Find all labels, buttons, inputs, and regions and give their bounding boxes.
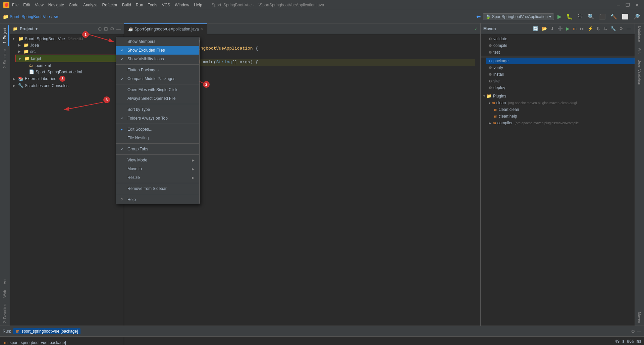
menu-analyze[interactable]: Analyze [83, 3, 98, 7]
tree-item-pom[interactable]: 🗂 pom.xml [21, 62, 124, 69]
menu-move-to[interactable]: Move to ▶ [116, 164, 199, 173]
debug-button[interactable]: 🐛 [565, 13, 574, 20]
menu-vcs[interactable]: VCS [162, 3, 170, 7]
menu-group-tabs[interactable]: ✓ Group Tabs [116, 145, 199, 153]
run-item-main[interactable]: m sport_springboot-vue [package] [3, 339, 121, 345]
tree-item-root[interactable]: ▾ 📁 Sport_SpringBoot-Vue D:\IntelliJ [10, 36, 124, 42]
maven-item-validate[interactable]: ⚙ validate [486, 36, 635, 42]
menu-remove-sidebar[interactable]: Remove from Sidebar [116, 184, 199, 193]
right-tab-database[interactable]: Database [636, 23, 643, 45]
tree-item-idea[interactable]: ▶ 📁 .idea [15, 42, 124, 48]
run-log-panel[interactable]: 49 s 866 ms [INFO] ---------------------… [124, 337, 644, 345]
maven-item-deploy[interactable]: ⚙ deploy [486, 84, 635, 91]
tree-item-target[interactable]: ▶ 📁 target [15, 55, 124, 62]
settings-gear-icon[interactable]: ⚙ [110, 26, 114, 31]
maven-new-icon[interactable]: ➕ [556, 25, 564, 32]
editor-tab-main[interactable]: ☕ SportSpringbootVueApplication.java ✕ [124, 23, 207, 34]
maven-item-verify[interactable]: ⚙ verify [486, 64, 635, 71]
run-config-dropdown-icon[interactable]: ▾ [549, 14, 551, 19]
stop-button[interactable]: ⬛ [598, 13, 607, 20]
menu-build[interactable]: Build [122, 3, 131, 7]
menu-view[interactable]: View [35, 3, 44, 7]
menu-always-select[interactable]: Always Select Opened File [116, 94, 199, 103]
find-button[interactable]: 🔎 [632, 13, 641, 20]
menu-window[interactable]: Window [175, 3, 189, 7]
maven-item-site[interactable]: ⚙ site [486, 78, 635, 84]
menu-edit-scopes[interactable]: ● Edit Scopes... [116, 125, 199, 134]
run-settings-icon[interactable]: ⚙ [631, 329, 635, 334]
project-dropdown-icon[interactable]: ▾ [36, 26, 38, 31]
maven-item-compiler-plugin[interactable]: ▶ m compiler (org.apache.maven.plugins:m… [486, 120, 635, 126]
run-minimize-icon[interactable]: — [637, 329, 641, 334]
sidebar-tab-project[interactable]: 1: Project [1, 25, 9, 46]
maven-bolt-icon[interactable]: ⚡ [587, 25, 594, 32]
maven-minimize-icon[interactable]: — [626, 25, 632, 32]
sidebar-tab-favorites[interactable]: 2: Favorites [1, 301, 9, 326]
right-tab-bean[interactable]: Bean Validation [636, 57, 643, 88]
sidebar-tab-structure[interactable]: 2: Structure [1, 47, 9, 71]
maven-item-install[interactable]: ⚙ install [486, 71, 635, 78]
menu-sort-by-type[interactable]: Sort by Type [116, 105, 199, 114]
expand-button[interactable]: ⬜ [621, 13, 630, 20]
maven-item-package[interactable]: ⚙ package [486, 58, 635, 64]
maven-sort-icon[interactable]: ⇅ [595, 25, 601, 32]
menu-file-nesting[interactable]: File Nesting... [116, 134, 199, 142]
menu-folders-on-top[interactable]: ✓ Folders Always on Top [116, 114, 199, 123]
minimize-button[interactable]: ─ [615, 2, 622, 8]
menu-navigate[interactable]: Navigate [48, 3, 64, 7]
maven-item-test[interactable]: ⚙ test [486, 49, 635, 56]
expand-all-icon[interactable]: ⊞ [104, 26, 108, 31]
maven-refresh-icon[interactable]: 🔄 [532, 25, 539, 32]
sidebar-tab-web[interactable]: Web [1, 287, 9, 300]
menu-bar[interactable]: File Edit View Navigate Code Analyze Ref… [12, 3, 202, 7]
menu-help[interactable]: Help [194, 3, 202, 7]
profile-button[interactable]: 🔍 [586, 13, 596, 20]
maximize-button[interactable]: ❐ [624, 2, 631, 8]
maven-item-clean-clean[interactable]: m clean:clean [491, 106, 635, 113]
menu-code[interactable]: Code [69, 3, 78, 7]
right-tab-maven[interactable]: Maven [636, 309, 643, 326]
menu-resize[interactable]: Resize ▶ [116, 173, 199, 182]
minimize-panel-icon[interactable]: — [116, 26, 121, 31]
menu-show-excluded-files[interactable]: ✓ Show Excluded Files [116, 46, 199, 55]
tree-item-external[interactable]: ▶ 📚 External Libraries 3 [10, 75, 124, 82]
maven-wrench-icon[interactable]: 🔧 [609, 25, 617, 32]
maven-item-plugins[interactable]: ▾ 📁 Plugins [481, 92, 635, 99]
menu-compact-middle[interactable]: ✓ Compact Middle Packages [116, 74, 199, 83]
menu-flatten-packages[interactable]: Flatten Packages [116, 66, 199, 74]
maven-settings-icon[interactable]: ⚙ [618, 25, 624, 32]
close-button[interactable]: ✕ [634, 2, 641, 8]
maven-item-clean-help[interactable]: m clean:help [491, 113, 635, 120]
maven-skip-icon[interactable]: ⏭ [579, 25, 585, 32]
menu-view-mode[interactable]: View Mode ▶ [116, 156, 199, 164]
menu-open-single-click[interactable]: Open Files with Single Click [116, 85, 199, 94]
menu-help[interactable]: ? Help [116, 195, 199, 204]
menu-tools[interactable]: Tools [148, 3, 157, 7]
maven-run-icon[interactable]: ▶ [565, 25, 571, 32]
menu-show-members[interactable]: Show Members [116, 37, 199, 46]
tree-item-scratches[interactable]: ▶ 🔧 Scratches and Consoles [10, 82, 124, 89]
run-button[interactable]: ▶ [556, 13, 563, 20]
menu-run[interactable]: Run [136, 3, 143, 7]
breadcrumb-src[interactable]: src [54, 14, 59, 19]
right-tab-ant[interactable]: Ant [636, 45, 643, 56]
window-controls[interactable]: ─ ❐ ✕ [615, 2, 641, 8]
tree-item-src[interactable]: ▶ 📁 src [15, 48, 124, 55]
menu-show-visibility-icons[interactable]: ✓ Show Visibility Icons [116, 55, 199, 63]
menu-refactor[interactable]: Refactor [102, 3, 117, 7]
maven-item-clean-plugin[interactable]: ▾ m clean (org.apache.maven.plugins:mave… [486, 99, 635, 106]
back-icon[interactable]: ⬅ [476, 13, 481, 20]
build-button[interactable]: 🔨 [609, 13, 619, 20]
coverage-button[interactable]: 🛡 [576, 13, 584, 20]
maven-add-icon[interactable]: 📂 [541, 25, 548, 32]
scope-icon[interactable]: ⊕ [98, 26, 102, 31]
run-tab-package[interactable]: m sport_springboot-vue [package] [13, 328, 80, 334]
tab-close-icon[interactable]: ✕ [200, 27, 203, 31]
maven-download-icon[interactable]: ⬇ [549, 25, 555, 32]
maven-expand-icon[interactable]: ⇆ [602, 25, 608, 32]
run-configuration[interactable]: 🍃 SportSpringbootVueApplication ▾ [483, 13, 554, 20]
sidebar-tab-ant[interactable]: Ant [1, 276, 9, 287]
menu-file[interactable]: File [12, 3, 18, 7]
maven-item-compile[interactable]: ⚙ compile [486, 42, 635, 49]
tree-item-iml[interactable]: 📄 Sport_SpringBoot-Vue.iml [21, 69, 124, 75]
